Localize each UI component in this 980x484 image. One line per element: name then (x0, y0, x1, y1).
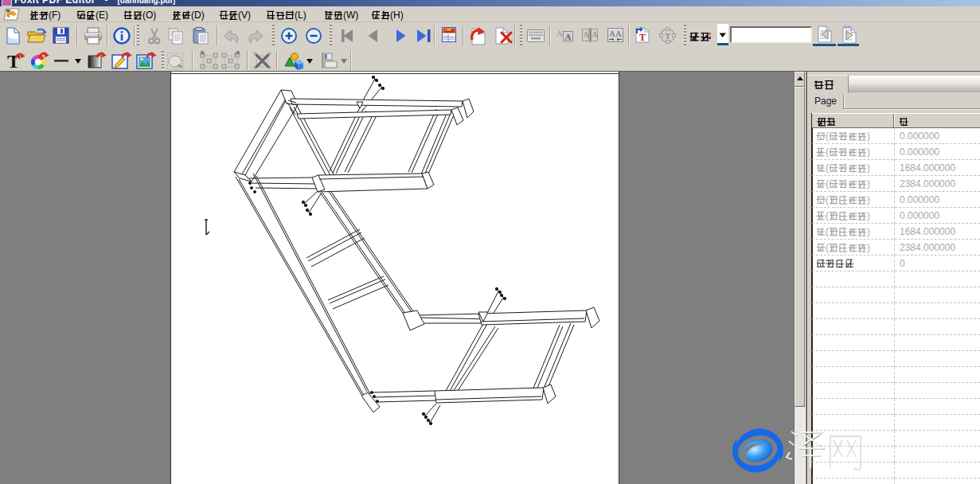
svg-text:A: A (592, 30, 599, 39)
svg-text:A: A (615, 29, 622, 38)
svg-text:T: T (665, 31, 671, 41)
svg-text:A: A (609, 29, 615, 38)
svg-text:A: A (565, 32, 572, 41)
svg-text:A: A (556, 29, 563, 38)
svg-text:A: A (584, 30, 590, 39)
svg-text:T: T (639, 32, 646, 43)
